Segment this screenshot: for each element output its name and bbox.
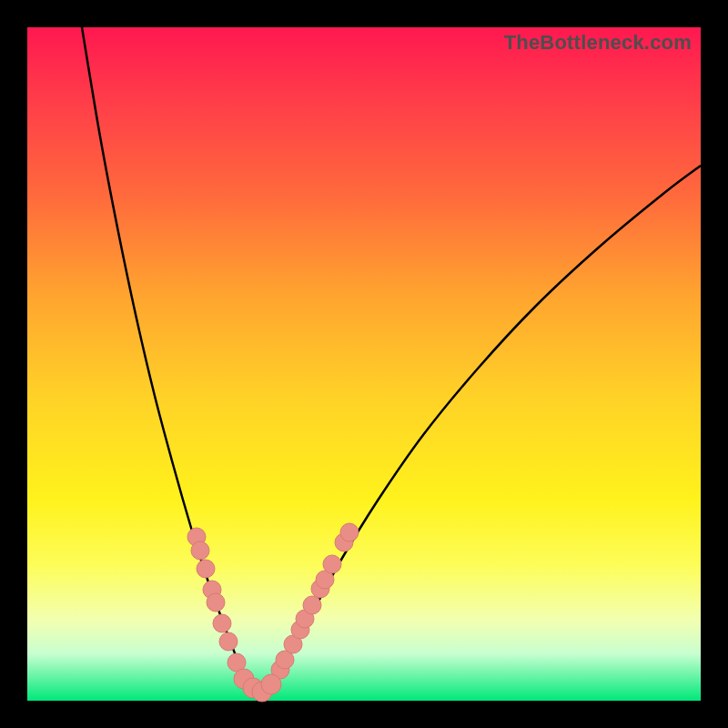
bead-dot	[340, 523, 359, 541]
bead-dot	[191, 541, 209, 560]
bead-dot	[323, 555, 341, 573]
bead-dot	[219, 632, 238, 651]
bead-dot	[213, 614, 231, 632]
bead-dot	[207, 593, 225, 612]
chart-frame: TheBottleneck.com	[0, 0, 728, 728]
bead-dot	[261, 674, 281, 694]
curve-right-arm	[258, 166, 701, 697]
bead-dot	[303, 596, 321, 614]
beads-right-group	[271, 523, 359, 679]
curve-left-arm	[82, 27, 258, 697]
plot-area: TheBottleneck.com	[27, 27, 701, 701]
beads-left-group	[187, 528, 246, 672]
bead-dot	[197, 560, 215, 578]
curve-svg	[27, 27, 701, 701]
